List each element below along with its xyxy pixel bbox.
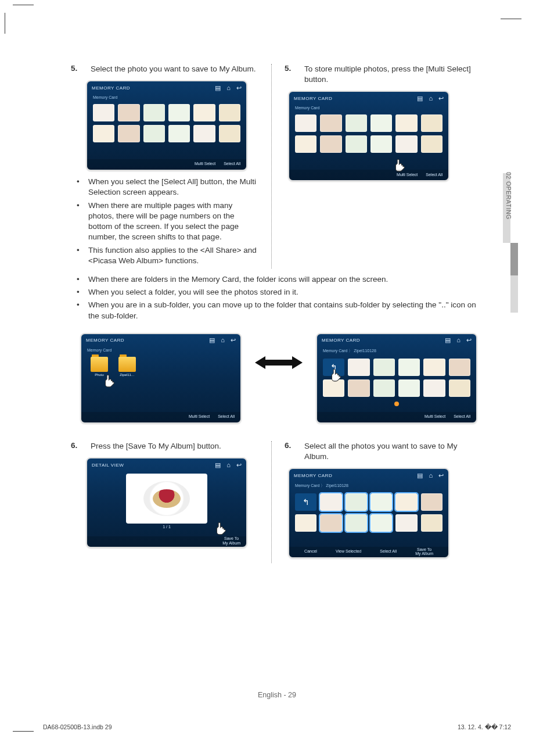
back-icon: ↩: [231, 336, 236, 344]
back-icon: ↩: [236, 461, 242, 469]
ui-screenshot-memory-card: MEMORY CARD ▤ ⌂ ↩ Memory Card Multi Sele…: [86, 80, 247, 171]
folder-icon[interactable]: [91, 357, 108, 372]
breadcrumb: Memory Card: [289, 105, 448, 113]
step-text: Press the [Save To My Album] button.: [91, 441, 258, 452]
select-all-button[interactable]: Select All: [380, 549, 397, 554]
multi-select-button[interactable]: Multi Select: [397, 173, 418, 177]
save-to-my-album-button[interactable]: Save To My Album: [222, 536, 240, 545]
note-icon: ▤: [209, 336, 215, 344]
ui-screenshot-detail-view: DETAIL VIEW ▤⌂↩ 1 / 1 Save To My Album: [86, 457, 247, 548]
ui-screenshot-multi-select: MEMORY CARD ▤⌂↩ Memory Card Multi Select…: [288, 91, 449, 181]
bullet-item: When you select a folder, you will see t…: [82, 287, 477, 298]
hand-pointer-icon: [102, 372, 117, 389]
cancel-button[interactable]: Cancel: [304, 549, 317, 554]
step-number: 5.: [71, 64, 82, 74]
crop-mark: [501, 19, 521, 19]
screen-title: MEMORY CARD: [86, 338, 124, 343]
bullet-item: When you are in a sub-folder, you can mo…: [82, 300, 477, 321]
screen-title: MEMORY CARD: [322, 338, 360, 343]
select-all-button[interactable]: Select All: [454, 414, 470, 419]
up-folder-button[interactable]: ↰: [295, 493, 316, 511]
step-number: 6.: [71, 441, 82, 452]
doc-timestamp: 13. 12. 4. �� 7:12: [458, 723, 511, 730]
hand-pointer-icon: [329, 367, 344, 383]
note-icon: ▤: [215, 84, 221, 92]
section-tab: 02 OPERATING: [503, 173, 518, 313]
crop-mark: [13, 5, 34, 5]
ui-screenshot-folders: MEMORY CARD ▤⌂↩ Memory Card Photo Zipel1…: [80, 333, 242, 424]
crop-mark: [13, 731, 34, 732]
home-icon: ⌂: [221, 336, 225, 344]
home-icon: ⌂: [226, 84, 231, 92]
bullet-list: When there are folders in the Memory Car…: [71, 274, 477, 321]
breadcrumb: Memory Card: [81, 347, 240, 356]
view-selected-button[interactable]: View Selected: [336, 549, 361, 554]
page-footer: English - 29: [0, 691, 554, 699]
step-text: Select the photo you want to save to My …: [91, 64, 258, 74]
folder-icon[interactable]: [118, 357, 136, 372]
select-all-button[interactable]: Select All: [224, 162, 240, 166]
back-icon: ↩: [438, 95, 444, 102]
note-icon: ▤: [417, 472, 423, 479]
hand-pointer-icon: [214, 520, 229, 536]
screen-title: DETAIL VIEW: [92, 463, 124, 468]
back-icon: ↩: [466, 336, 472, 344]
breadcrumb: Memory Card: [87, 94, 246, 103]
step-text: To store multiple photos, press the [Mul…: [304, 64, 477, 85]
multi-select-button[interactable]: Multi Select: [195, 162, 215, 166]
crop-mark: [5, 13, 5, 34]
back-icon: ↩: [236, 84, 242, 92]
ui-screenshot-subfolder: MEMORY CARD ▤⌂↩ Memory Card 〉 Zipel11012…: [316, 333, 477, 424]
step-number: 6.: [285, 441, 296, 462]
home-icon: ⌂: [429, 95, 433, 102]
back-icon: ↩: [438, 472, 444, 479]
bullet-item: When you select the [Select All] button,…: [82, 177, 258, 198]
doc-id: DA68-02500B-13.indb 29: [43, 723, 112, 730]
save-to-my-album-button[interactable]: Save To My Album: [415, 547, 433, 556]
screen-title: MEMORY CARD: [294, 96, 332, 101]
page-indicator: [394, 402, 399, 406]
note-icon: ▤: [445, 336, 451, 344]
bidirectional-arrow-icon: [254, 355, 304, 372]
section-tab-label: 02 OPERATING: [502, 172, 512, 220]
breadcrumb: Memory Card 〉 Zipel110128: [289, 482, 448, 492]
bullet-item: This function also applies to the <All S…: [82, 245, 258, 266]
multi-select-button[interactable]: Multi Select: [189, 414, 210, 419]
screen-title: MEMORY CARD: [92, 85, 130, 91]
screen-title: MEMORY CARD: [294, 473, 332, 478]
breadcrumb: Memory Card 〉 Zipel110128: [317, 347, 476, 357]
bullet-item: When there are folders in the Memory Car…: [82, 274, 477, 285]
step-number: 5.: [285, 64, 296, 85]
bullet-list: When you select the [Select All] button,…: [71, 177, 258, 266]
select-all-button[interactable]: Select All: [426, 173, 443, 177]
photo-preview: [126, 474, 207, 524]
ui-screenshot-select-photos: MEMORY CARD ▤⌂↩ Memory Card 〉 Zipel11012…: [288, 468, 449, 558]
note-icon: ▤: [417, 95, 423, 102]
home-icon: ⌂: [226, 461, 231, 469]
folder-label: Zipel11…: [120, 373, 135, 377]
home-icon: ⌂: [456, 336, 461, 344]
home-icon: ⌂: [429, 472, 433, 479]
bullet-item: When there are multiple pages with many …: [82, 200, 258, 243]
note-icon: ▤: [215, 461, 221, 469]
select-all-button[interactable]: Select All: [218, 414, 235, 419]
multi-select-button[interactable]: Multi Select: [425, 414, 445, 419]
step-text: Select all the photos you want to save t…: [304, 441, 477, 462]
